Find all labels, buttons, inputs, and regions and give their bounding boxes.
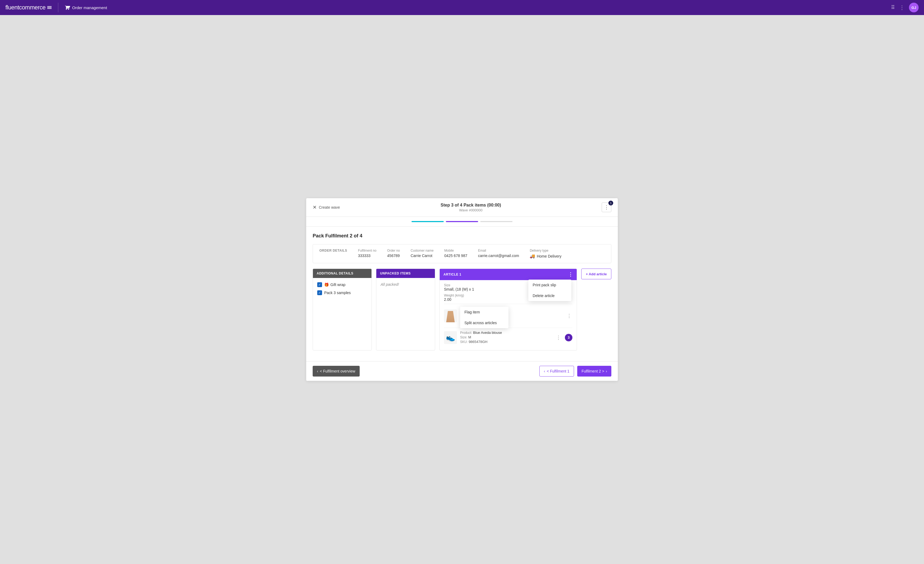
wave-id: Wave #000000	[340, 208, 602, 212]
close-x-icon: ✕	[313, 204, 316, 210]
add-article-button[interactable]: + Add article	[581, 268, 611, 279]
field-fulfilment-no: Fulfilment no 333333	[358, 249, 376, 258]
logo[interactable]: fluentcommerce	[5, 4, 52, 11]
step-title: Step 3 of 4 Pack items (00:00)	[340, 203, 602, 208]
article-header: ARTICLE 1 ⋮	[440, 269, 577, 280]
field-customer-name: Customer name Carrie Carrot	[411, 249, 434, 258]
order-details-label: ORDER DETAILS	[320, 249, 347, 252]
prev-fulfilment-button[interactable]: ‹ < Fulfilment 1	[539, 366, 574, 376]
product-details-shoes: Product: Blue Aveda blouse Size: M SKU: …	[460, 331, 552, 344]
card-body: Pack Fulfilment 2 of 4 ORDER DETAILS Ful…	[306, 226, 618, 357]
main-card: ✕ Create wave Step 3 of 4 Pack items (00…	[306, 198, 618, 381]
unpacked-items-header: UNPACKED ITEMS	[376, 269, 435, 278]
pack-samples-label: Pack 3 samples	[324, 291, 351, 295]
menu-delete-article[interactable]: Delete article	[528, 290, 572, 301]
progress-step-1	[411, 221, 444, 222]
next-fulfilment-button[interactable]: Fulfilment 2 > ›	[577, 366, 611, 376]
card-footer: ‹ < Fulfilment overview ‹ < Fulfilment 1…	[306, 361, 618, 381]
product-value-2: Blue Aveda blouse	[473, 331, 502, 334]
customer-name-value: Carrie Carrot	[411, 254, 434, 258]
menu-flag-item[interactable]: Flag item	[460, 307, 508, 318]
panel-additional-details: ADDITIONAL DETAILS ✓ 🎁 Gift wrap ✓	[313, 268, 372, 351]
gift-icon: 🎁	[324, 282, 329, 287]
order-no-value: 456789	[387, 254, 400, 258]
size-value-2: M	[468, 335, 471, 339]
mobile-label: Mobile	[444, 249, 467, 252]
quantity-badge-shoes: 3	[565, 334, 572, 341]
footer-right-buttons: ‹ < Fulfilment 1 Fulfilment 2 > ›	[539, 366, 611, 376]
email-value: carrie.carrot@gmail.com	[478, 254, 519, 258]
article-context-menu: Print pack slip Delete article	[528, 280, 572, 301]
nav-right: ⠿ ⋮ GJ	[891, 3, 919, 12]
prev-arrow-icon: ‹	[544, 369, 545, 374]
field-delivery-type: Delivery type 🚚 Home Delivery	[530, 249, 561, 259]
panel-article: ARTICLE 1 ⋮ Print pack slip Delete artic…	[440, 268, 577, 351]
order-details-box: ORDER DETAILS Fulfilment no 333333 Order…	[313, 244, 611, 263]
cart-icon	[65, 5, 70, 10]
product-more-button-skirt[interactable]: ⋮	[566, 313, 572, 319]
product-image-skirt	[444, 309, 457, 322]
progress-bar	[306, 217, 618, 226]
fulfilment-no-label: Fulfilment no	[358, 249, 376, 252]
product-label-2: Product:	[460, 331, 472, 334]
product-more-button-shoes[interactable]: ⋮	[555, 334, 562, 341]
article-more-icon[interactable]: ⋮	[568, 272, 573, 278]
field-email: Email carrie.carrot@gmail.com	[478, 249, 519, 258]
user-avatar[interactable]: GJ	[909, 3, 919, 12]
nav-order-management[interactable]: Order management	[65, 5, 107, 10]
more-options-icon[interactable]: ⋮	[899, 4, 904, 11]
field-order-no: Order no 456789	[387, 249, 400, 258]
pack-samples-checkbox[interactable]: ✓	[317, 290, 322, 295]
additional-details-header: ADDITIONAL DETAILS	[313, 269, 372, 278]
notification-badge: 1	[608, 201, 613, 206]
menu-print-pack-slip[interactable]: Print pack slip	[528, 280, 572, 290]
gift-wrap-checkbox[interactable]: ✓	[317, 282, 322, 287]
more-dots-icon: ⋮	[604, 204, 609, 210]
product-image-shoes: 👟	[444, 331, 457, 344]
back-arrow-icon: ‹	[317, 369, 318, 374]
delivery-type-label: Delivery type	[530, 249, 561, 252]
grid-icon[interactable]: ⠿	[891, 4, 895, 11]
sku-value-2: 9865478GH	[469, 340, 488, 344]
logo-text: fluentcommerce	[5, 4, 46, 11]
fulfilment-overview-button[interactable]: ‹ < Fulfilment overview	[313, 366, 360, 376]
checkbox-pack-samples: ✓ Pack 3 samples	[317, 290, 367, 295]
progress-step-2	[446, 221, 478, 222]
all-packed-message: All packed!	[376, 278, 435, 291]
sku-label-2: SKU:	[460, 340, 468, 344]
product-context-menu: Flag item Split across articles	[460, 307, 508, 328]
close-button[interactable]: ✕ Create wave	[313, 204, 340, 210]
delivery-type-text: Home Delivery	[537, 254, 561, 258]
more-button[interactable]: ⋮ 1	[602, 202, 611, 212]
card-header: ✕ Create wave Step 3 of 4 Pack items (00…	[306, 198, 618, 217]
delivery-type-value: 🚚 Home Delivery	[530, 254, 561, 259]
panels-grid: ADDITIONAL DETAILS ✓ 🎁 Gift wrap ✓	[313, 268, 611, 351]
close-label: Create wave	[319, 205, 340, 210]
logo-lines-icon	[47, 6, 52, 9]
section-title: Pack Fulfilment 2 of 4	[313, 233, 611, 239]
header-center: Step 3 of 4 Pack items (00:00) Wave #000…	[340, 203, 602, 212]
mobile-value: 0425 678 987	[444, 254, 467, 258]
main-content: ✕ Create wave Step 3 of 4 Pack items (00…	[0, 188, 924, 392]
product-row-shoes: 👟 Product: Blue Aveda blouse Size: M	[444, 328, 572, 347]
checkbox-gift-wrap: ✓ 🎁 Gift wrap	[317, 282, 367, 287]
fulfilment-no-value: 333333	[358, 254, 376, 258]
panel-unpacked-items: UNPACKED ITEMS All packed!	[376, 268, 435, 351]
next-arrow-icon: ›	[606, 369, 607, 374]
shoes-shape-icon: 👟	[444, 331, 457, 344]
nav-order-management-label: Order management	[72, 5, 107, 10]
skirt-shape-icon	[444, 311, 457, 322]
article-header-title: ARTICLE 1	[444, 273, 462, 276]
customer-name-label: Customer name	[411, 249, 434, 252]
nav-left: fluentcommerce Order management	[5, 3, 107, 12]
field-mobile: Mobile 0425 678 987	[444, 249, 467, 258]
top-navigation: fluentcommerce Order management ⠿ ⋮ GJ	[0, 0, 924, 15]
size-label-2: Size:	[460, 336, 467, 339]
menu-split-across-articles[interactable]: Split across articles	[460, 318, 508, 328]
progress-step-3	[480, 221, 513, 222]
gift-wrap-label: 🎁 Gift wrap	[324, 282, 345, 287]
truck-icon: 🚚	[530, 254, 535, 259]
order-no-label: Order no	[387, 249, 400, 252]
product-row-skirt: Pro Siz SK Lo	[444, 304, 572, 328]
email-label: Email	[478, 249, 519, 252]
